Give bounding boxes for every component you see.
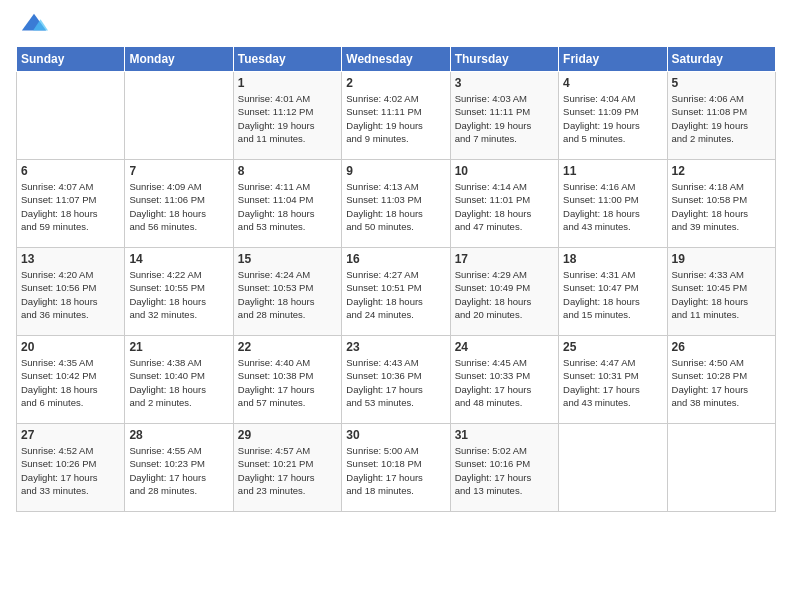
day-info: Sunrise: 4:38 AM Sunset: 10:40 PM Daylig…: [129, 356, 228, 409]
calendar-cell: 1Sunrise: 4:01 AM Sunset: 11:12 PM Dayli…: [233, 72, 341, 160]
calendar-cell: 27Sunrise: 4:52 AM Sunset: 10:26 PM Dayl…: [17, 424, 125, 512]
day-number: 10: [455, 164, 554, 178]
calendar-cell: 24Sunrise: 4:45 AM Sunset: 10:33 PM Dayl…: [450, 336, 558, 424]
day-number: 26: [672, 340, 771, 354]
calendar-cell: 17Sunrise: 4:29 AM Sunset: 10:49 PM Dayl…: [450, 248, 558, 336]
calendar-week-5: 27Sunrise: 4:52 AM Sunset: 10:26 PM Dayl…: [17, 424, 776, 512]
day-number: 29: [238, 428, 337, 442]
day-number: 21: [129, 340, 228, 354]
day-number: 9: [346, 164, 445, 178]
day-info: Sunrise: 4:40 AM Sunset: 10:38 PM Daylig…: [238, 356, 337, 409]
calendar-cell: 13Sunrise: 4:20 AM Sunset: 10:56 PM Dayl…: [17, 248, 125, 336]
day-info: Sunrise: 4:03 AM Sunset: 11:11 PM Daylig…: [455, 92, 554, 145]
calendar-cell: 20Sunrise: 4:35 AM Sunset: 10:42 PM Dayl…: [17, 336, 125, 424]
day-info: Sunrise: 4:02 AM Sunset: 11:11 PM Daylig…: [346, 92, 445, 145]
logo: [16, 10, 48, 38]
day-info: Sunrise: 4:45 AM Sunset: 10:33 PM Daylig…: [455, 356, 554, 409]
weekday-header-friday: Friday: [559, 47, 667, 72]
calendar-cell: 12Sunrise: 4:18 AM Sunset: 10:58 PM Dayl…: [667, 160, 775, 248]
day-number: 24: [455, 340, 554, 354]
day-info: Sunrise: 4:33 AM Sunset: 10:45 PM Daylig…: [672, 268, 771, 321]
day-number: 12: [672, 164, 771, 178]
weekday-header-thursday: Thursday: [450, 47, 558, 72]
day-info: Sunrise: 4:27 AM Sunset: 10:51 PM Daylig…: [346, 268, 445, 321]
weekday-header-wednesday: Wednesday: [342, 47, 450, 72]
day-info: Sunrise: 4:35 AM Sunset: 10:42 PM Daylig…: [21, 356, 120, 409]
day-number: 1: [238, 76, 337, 90]
logo-icon: [20, 10, 48, 38]
calendar-cell: 8Sunrise: 4:11 AM Sunset: 11:04 PM Dayli…: [233, 160, 341, 248]
day-info: Sunrise: 4:04 AM Sunset: 11:09 PM Daylig…: [563, 92, 662, 145]
day-info: Sunrise: 4:43 AM Sunset: 10:36 PM Daylig…: [346, 356, 445, 409]
calendar-cell: 16Sunrise: 4:27 AM Sunset: 10:51 PM Dayl…: [342, 248, 450, 336]
calendar-cell: 6Sunrise: 4:07 AM Sunset: 11:07 PM Dayli…: [17, 160, 125, 248]
day-info: Sunrise: 4:52 AM Sunset: 10:26 PM Daylig…: [21, 444, 120, 497]
calendar-cell: 2Sunrise: 4:02 AM Sunset: 11:11 PM Dayli…: [342, 72, 450, 160]
calendar-cell: 25Sunrise: 4:47 AM Sunset: 10:31 PM Dayl…: [559, 336, 667, 424]
day-info: Sunrise: 4:57 AM Sunset: 10:21 PM Daylig…: [238, 444, 337, 497]
day-info: Sunrise: 4:13 AM Sunset: 11:03 PM Daylig…: [346, 180, 445, 233]
day-number: 16: [346, 252, 445, 266]
calendar-cell: 18Sunrise: 4:31 AM Sunset: 10:47 PM Dayl…: [559, 248, 667, 336]
calendar-cell: 11Sunrise: 4:16 AM Sunset: 11:00 PM Dayl…: [559, 160, 667, 248]
day-info: Sunrise: 4:50 AM Sunset: 10:28 PM Daylig…: [672, 356, 771, 409]
day-info: Sunrise: 4:09 AM Sunset: 11:06 PM Daylig…: [129, 180, 228, 233]
day-number: 14: [129, 252, 228, 266]
calendar-cell: 7Sunrise: 4:09 AM Sunset: 11:06 PM Dayli…: [125, 160, 233, 248]
weekday-header-saturday: Saturday: [667, 47, 775, 72]
day-info: Sunrise: 4:29 AM Sunset: 10:49 PM Daylig…: [455, 268, 554, 321]
calendar-cell: [559, 424, 667, 512]
day-number: 5: [672, 76, 771, 90]
day-info: Sunrise: 5:00 AM Sunset: 10:18 PM Daylig…: [346, 444, 445, 497]
calendar-week-3: 13Sunrise: 4:20 AM Sunset: 10:56 PM Dayl…: [17, 248, 776, 336]
day-number: 2: [346, 76, 445, 90]
calendar-cell: 26Sunrise: 4:50 AM Sunset: 10:28 PM Dayl…: [667, 336, 775, 424]
day-info: Sunrise: 4:31 AM Sunset: 10:47 PM Daylig…: [563, 268, 662, 321]
day-number: 27: [21, 428, 120, 442]
day-number: 28: [129, 428, 228, 442]
calendar-cell: 30Sunrise: 5:00 AM Sunset: 10:18 PM Dayl…: [342, 424, 450, 512]
calendar-table: SundayMondayTuesdayWednesdayThursdayFrid…: [16, 46, 776, 512]
day-info: Sunrise: 4:24 AM Sunset: 10:53 PM Daylig…: [238, 268, 337, 321]
header: [16, 10, 776, 38]
calendar-cell: 19Sunrise: 4:33 AM Sunset: 10:45 PM Dayl…: [667, 248, 775, 336]
calendar-cell: 9Sunrise: 4:13 AM Sunset: 11:03 PM Dayli…: [342, 160, 450, 248]
calendar-cell: 10Sunrise: 4:14 AM Sunset: 11:01 PM Dayl…: [450, 160, 558, 248]
day-number: 4: [563, 76, 662, 90]
calendar-cell: 21Sunrise: 4:38 AM Sunset: 10:40 PM Dayl…: [125, 336, 233, 424]
calendar-cell: 4Sunrise: 4:04 AM Sunset: 11:09 PM Dayli…: [559, 72, 667, 160]
calendar-cell: 23Sunrise: 4:43 AM Sunset: 10:36 PM Dayl…: [342, 336, 450, 424]
day-info: Sunrise: 4:55 AM Sunset: 10:23 PM Daylig…: [129, 444, 228, 497]
day-number: 11: [563, 164, 662, 178]
day-number: 6: [21, 164, 120, 178]
day-info: Sunrise: 4:20 AM Sunset: 10:56 PM Daylig…: [21, 268, 120, 321]
page: SundayMondayTuesdayWednesdayThursdayFrid…: [0, 0, 792, 528]
day-number: 8: [238, 164, 337, 178]
calendar-cell: [125, 72, 233, 160]
day-number: 17: [455, 252, 554, 266]
day-number: 13: [21, 252, 120, 266]
calendar-week-4: 20Sunrise: 4:35 AM Sunset: 10:42 PM Dayl…: [17, 336, 776, 424]
day-info: Sunrise: 4:01 AM Sunset: 11:12 PM Daylig…: [238, 92, 337, 145]
weekday-header-monday: Monday: [125, 47, 233, 72]
day-number: 19: [672, 252, 771, 266]
day-number: 15: [238, 252, 337, 266]
day-info: Sunrise: 4:16 AM Sunset: 11:00 PM Daylig…: [563, 180, 662, 233]
day-info: Sunrise: 4:47 AM Sunset: 10:31 PM Daylig…: [563, 356, 662, 409]
calendar-week-1: 1Sunrise: 4:01 AM Sunset: 11:12 PM Dayli…: [17, 72, 776, 160]
day-number: 22: [238, 340, 337, 354]
day-info: Sunrise: 4:22 AM Sunset: 10:55 PM Daylig…: [129, 268, 228, 321]
day-number: 18: [563, 252, 662, 266]
day-info: Sunrise: 4:07 AM Sunset: 11:07 PM Daylig…: [21, 180, 120, 233]
calendar-cell: [667, 424, 775, 512]
calendar-header-row: SundayMondayTuesdayWednesdayThursdayFrid…: [17, 47, 776, 72]
calendar-cell: 29Sunrise: 4:57 AM Sunset: 10:21 PM Dayl…: [233, 424, 341, 512]
day-info: Sunrise: 4:11 AM Sunset: 11:04 PM Daylig…: [238, 180, 337, 233]
calendar-cell: 28Sunrise: 4:55 AM Sunset: 10:23 PM Dayl…: [125, 424, 233, 512]
day-number: 7: [129, 164, 228, 178]
weekday-header-sunday: Sunday: [17, 47, 125, 72]
day-number: 31: [455, 428, 554, 442]
calendar-week-2: 6Sunrise: 4:07 AM Sunset: 11:07 PM Dayli…: [17, 160, 776, 248]
day-number: 25: [563, 340, 662, 354]
weekday-header-tuesday: Tuesday: [233, 47, 341, 72]
